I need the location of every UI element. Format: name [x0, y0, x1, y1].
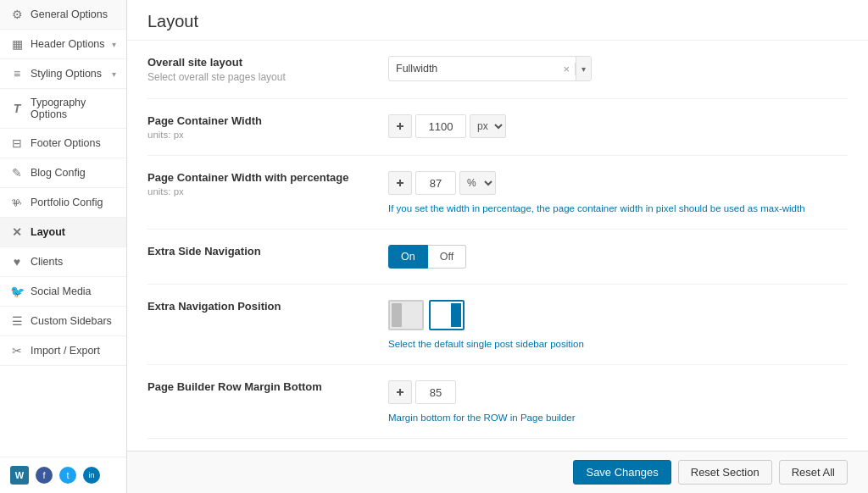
sidebar-item-import-export[interactable]: ✂ Import / Export: [0, 336, 126, 366]
twitter-social-icon[interactable]: t: [59, 467, 76, 484]
sidebar-item-general-options[interactable]: ⚙ General Options: [0, 0, 126, 30]
setting-title: Page Container Width with percentage: [147, 171, 368, 184]
sidebar-item-label: Social Media: [31, 285, 116, 297]
sidebar-item-footer-options[interactable]: ⊟ Footer Options: [0, 129, 126, 158]
sidebar-item-label: General Options: [31, 8, 116, 20]
sidebar-item-layout[interactable]: ✕ Layout: [0, 218, 126, 247]
setting-title: Extra Navigation Position: [147, 300, 368, 313]
sidebar-item-styling-options[interactable]: ≡ Styling Options ▾: [0, 59, 126, 89]
layout-icon: ✕: [10, 225, 24, 239]
setting-label-page-container-width-percent: Page Container Width with percentage uni…: [147, 171, 368, 197]
decrement-button[interactable]: [388, 171, 412, 195]
setting-title: Overall site layout: [147, 56, 368, 69]
setting-subtitle: Select overall ste pages layout: [147, 71, 368, 83]
setting-control-page-container-width: 1100 px %: [388, 114, 848, 138]
sidebar-item-custom-sidebars[interactable]: ☰ Custom Sidebars: [0, 307, 126, 336]
sidebar: ⚙ General Options ▦ Header Options ▾ ≡ S…: [0, 0, 127, 493]
setting-control-page-builder-row-margin: Margin bottom for the ROW in Page builde…: [388, 380, 848, 423]
toggle-on-button[interactable]: On: [388, 245, 428, 269]
settings-body: Overall site layout Select overall ste p…: [127, 41, 868, 451]
sidebar-item-header-options[interactable]: ▦ Header Options ▾: [0, 30, 126, 59]
save-changes-button[interactable]: Save Changes: [573, 460, 670, 485]
sidebar-item-clients[interactable]: ♥ Clients: [0, 247, 126, 277]
position-left-button[interactable]: [388, 300, 424, 330]
sidebar-bottom-social: W f t in: [0, 457, 126, 493]
sidebar-item-label: Layout: [31, 226, 116, 238]
sidebar-item-label: Blog Config: [31, 167, 116, 179]
linkedin-social-icon[interactable]: in: [83, 467, 100, 484]
sidebar-item-social-media[interactable]: 🐦 Social Media: [0, 277, 126, 307]
page-container-width-input[interactable]: 1100: [415, 114, 466, 138]
main-header: Layout: [127, 0, 868, 41]
setting-label-overall-layout: Overall site layout Select overall ste p…: [147, 56, 368, 83]
setting-control-page-container-width-percent: % px If you set the width in percentage,…: [388, 171, 848, 213]
sidebar-item-label: Custom Sidebars: [31, 315, 116, 327]
setting-row-overall-layout: Overall site layout Select overall ste p…: [147, 41, 848, 99]
page-builder-margin-input-group: [388, 380, 848, 404]
setting-control-extra-side-nav: On Off: [388, 245, 848, 269]
setting-control-extra-nav-position: Select the default single post sidebar p…: [388, 300, 848, 349]
portfolio-config-icon: ⅌: [10, 196, 24, 209]
page-container-width-note: If you set the width in percentage, the …: [388, 203, 848, 213]
page-builder-margin-note: Margin bottom for the ROW in Page builde…: [388, 413, 848, 423]
setting-row-extra-nav-position: Extra Navigation Position Select the def…: [147, 285, 848, 365]
setting-label-page-container-width: Page Container Width units: px: [147, 114, 368, 140]
setting-title: Page Builder Row Margin Bottom: [147, 380, 368, 393]
chevron-down-icon: ▾: [112, 40, 116, 49]
toggle-off-button[interactable]: Off: [428, 245, 466, 269]
extra-side-nav-toggle: On Off: [388, 245, 848, 269]
dropdown-arrow-icon[interactable]: ▾: [576, 57, 591, 80]
blog-config-icon: ✎: [10, 166, 24, 180]
position-selector: [388, 300, 848, 330]
decrement-button[interactable]: [388, 380, 412, 404]
setting-label-page-builder-row-margin: Page Builder Row Margin Bottom: [147, 380, 368, 396]
page-container-width-percent-input[interactable]: [415, 171, 456, 195]
social-media-icon: 🐦: [10, 285, 24, 298]
setting-label-extra-side-nav: Extra Side Navigation: [147, 245, 368, 260]
page-container-width-unit-select[interactable]: px %: [470, 114, 506, 138]
decrement-button[interactable]: [388, 114, 412, 138]
sidebar-item-portfolio-config[interactable]: ⅌ Portfolio Config: [0, 188, 126, 218]
main-content: Layout Overall site layout Select overal…: [127, 0, 868, 493]
chevron-down-icon: ▾: [112, 69, 116, 79]
sidebar-item-blog-config[interactable]: ✎ Blog Config: [0, 158, 126, 188]
units-label: units: px: [147, 186, 368, 197]
sidebar-item-label: Footer Options: [31, 137, 116, 149]
setting-title: Extra Side Navigation: [147, 245, 368, 258]
sidebar-item-label: Styling Options: [31, 68, 105, 80]
dropdown-clear-icon[interactable]: ×: [558, 63, 576, 75]
setting-row-page-container-width: Page Container Width units: px 1100 px %: [147, 99, 848, 156]
sidebar-item-label: Clients: [31, 256, 116, 268]
dropdown-value: Fullwidth: [389, 63, 558, 75]
reset-section-button[interactable]: Reset Section: [678, 460, 772, 485]
facebook-social-icon[interactable]: f: [36, 467, 53, 484]
styling-options-icon: ≡: [10, 67, 24, 80]
position-right-button[interactable]: [429, 300, 465, 330]
sidebar-item-label: Portfolio Config: [31, 197, 116, 208]
custom-sidebars-icon: ☰: [10, 314, 24, 328]
extra-nav-position-note: Select the default single post sidebar p…: [388, 339, 848, 349]
setting-title: Page Container Width: [147, 114, 368, 127]
import-export-icon: ✂: [10, 344, 24, 357]
page-builder-margin-input[interactable]: [415, 380, 456, 404]
page-title: Layout: [147, 12, 848, 31]
overall-layout-dropdown[interactable]: Fullwidth × ▾: [388, 56, 592, 81]
setting-row-inner-page-content-padding: Inner Page Content Padding Change paddin…: [147, 439, 848, 451]
header-options-icon: ▦: [10, 37, 24, 51]
sidebar-item-label: Typography Options: [31, 97, 116, 120]
sidebar-item-typography-options[interactable]: T Typography Options: [0, 89, 126, 129]
setting-label-extra-nav-position: Extra Navigation Position: [147, 300, 368, 315]
sidebar-item-label: Header Options: [31, 38, 105, 50]
main-footer: Save Changes Reset Section Reset All: [127, 451, 868, 493]
typography-options-icon: T: [10, 102, 24, 115]
setting-row-extra-side-nav: Extra Side Navigation On Off: [147, 230, 848, 285]
wordpress-social-icon[interactable]: W: [10, 466, 29, 485]
page-container-width-percent-unit-select[interactable]: % px: [459, 171, 496, 195]
reset-all-button[interactable]: Reset All: [779, 460, 848, 485]
position-indicator: [392, 303, 402, 327]
footer-options-icon: ⊟: [10, 136, 24, 150]
setting-row-page-builder-row-margin: Page Builder Row Margin Bottom Margin bo…: [147, 365, 848, 439]
setting-control-overall-layout: Fullwidth × ▾: [388, 56, 848, 81]
units-label: units: px: [147, 130, 368, 140]
clients-icon: ♥: [10, 255, 24, 269]
